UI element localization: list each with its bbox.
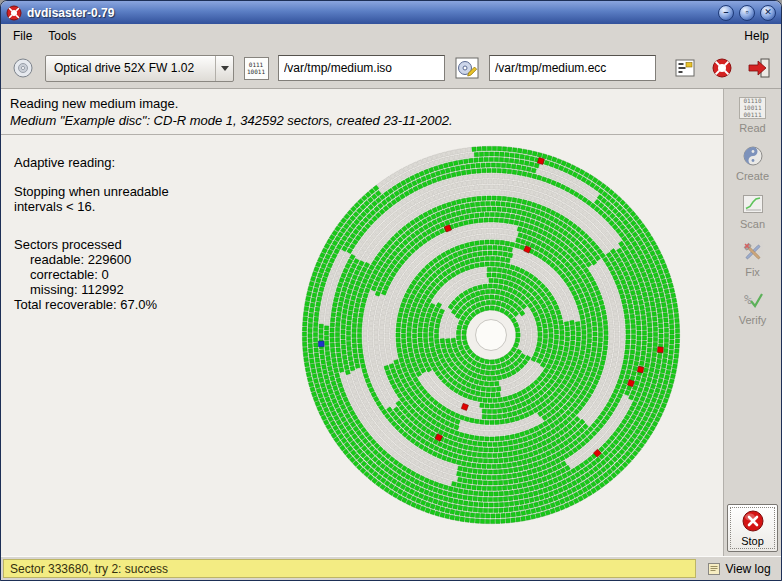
iso-path-input[interactable] <box>278 55 445 81</box>
iso-icon-line: 0111 <box>249 61 263 68</box>
stopping-condition-line2: intervals < 16. <box>14 199 169 214</box>
read-icon: 01110 10011 00111 <box>739 96 766 120</box>
iso-file-icon: 0111 10011 <box>244 57 269 80</box>
scan-button[interactable]: Scan <box>727 188 778 233</box>
stat-label: readable: <box>30 252 84 267</box>
status-line-medium-info: Medium "Example disc": CD-R mode 1, 3425… <box>10 112 714 129</box>
maximize-button[interactable]: ▫ <box>739 5 755 21</box>
stat-missing: missing: 112992 <box>14 282 169 297</box>
quit-button[interactable] <box>744 53 774 83</box>
ecc-path-input[interactable] <box>489 55 656 81</box>
stat-value: 112992 <box>81 282 123 297</box>
toolbar: Optical drive 52X FW 1.02 0111 10011 <box>1 48 781 89</box>
stat-correctable: correctable: 0 <box>14 267 169 282</box>
view-log-label: View log <box>725 562 770 576</box>
read-button[interactable]: 01110 10011 00111 Read <box>727 92 778 137</box>
scan-button-label: Scan <box>740 218 765 230</box>
preferences-icon <box>674 57 696 79</box>
total-recoverable: Total recoverable: 67.0% <box>14 297 169 312</box>
create-icon <box>742 144 764 168</box>
main-area: Reading new medium image. Medium "Exampl… <box>1 89 781 556</box>
fix-icon <box>742 240 764 264</box>
verify-button[interactable]: % Verify <box>727 284 778 329</box>
total-recoverable-value: 67.0% <box>120 297 157 312</box>
app-icon <box>6 5 22 21</box>
menu-tools[interactable]: Tools <box>40 26 84 46</box>
svg-text:%: % <box>744 292 752 307</box>
total-recoverable-label: Total recoverable: <box>14 297 117 312</box>
read-icon-line: 00111 <box>743 111 761 118</box>
drive-icon <box>11 56 35 80</box>
ecc-file-icon <box>455 57 479 79</box>
scan-icon <box>742 192 764 216</box>
reading-work-area: Adaptive reading: Stopping when unreadab… <box>1 135 723 556</box>
stat-value: 229600 <box>88 252 131 267</box>
drive-select-value: Optical drive 52X FW 1.02 <box>54 61 215 75</box>
ecc-file-button[interactable] <box>452 53 482 83</box>
app-window: dvdisaster-0.79 – ▫ ✕ File Tools Help Op… <box>0 0 782 581</box>
stop-button-label: Stop <box>741 535 764 547</box>
read-icon-line: 01110 <box>743 97 761 104</box>
minimize-button[interactable]: – <box>718 5 734 21</box>
status-line-primary: Reading new medium image. <box>10 95 714 112</box>
adaptive-reading-info: Adaptive reading: Stopping when unreadab… <box>14 155 169 312</box>
action-sidebar: 01110 10011 00111 Read Create <box>723 89 781 556</box>
fix-button-label: Fix <box>745 266 760 278</box>
content-column: Reading new medium image. Medium "Exampl… <box>1 89 723 556</box>
verify-icon: % <box>742 288 764 312</box>
chevron-down-icon <box>221 66 229 71</box>
stat-label: missing: <box>30 282 78 297</box>
stat-readable: readable: 229600 <box>14 252 169 267</box>
drive-select-arrow[interactable] <box>215 56 233 81</box>
create-button[interactable]: Create <box>727 140 778 185</box>
window-title: dvdisaster-0.79 <box>27 6 713 20</box>
adaptive-reading-heading: Adaptive reading: <box>14 155 169 170</box>
read-icon-line: 10011 <box>743 104 761 111</box>
disc-sector-visualization <box>289 135 693 537</box>
quit-icon <box>747 57 771 79</box>
menu-file[interactable]: File <box>5 26 40 46</box>
status-message: Sector 333680, try 2: success <box>3 559 696 578</box>
read-button-label: Read <box>739 122 765 134</box>
help-button[interactable] <box>707 53 737 83</box>
sectors-processed-heading: Sectors processed <box>14 237 169 252</box>
statusbar: Sector 333680, try 2: success View log <box>1 556 781 580</box>
preferences-button[interactable] <box>670 53 700 83</box>
stopping-condition-line1: Stopping when unreadable <box>14 184 169 199</box>
view-log-icon <box>707 562 721 576</box>
menu-help[interactable]: Help <box>736 26 777 46</box>
titlebar: dvdisaster-0.79 – ▫ ✕ <box>1 1 781 24</box>
menubar: File Tools Help <box>1 24 781 48</box>
close-button[interactable]: ✕ <box>760 5 776 21</box>
stat-label: correctable: <box>30 267 98 282</box>
view-log-button[interactable]: View log <box>699 559 779 578</box>
fix-button[interactable]: Fix <box>727 236 778 281</box>
create-button-label: Create <box>736 170 769 182</box>
drive-button[interactable] <box>8 53 38 83</box>
stop-button[interactable]: Stop <box>727 504 778 552</box>
iso-icon-line: 10011 <box>247 68 265 75</box>
iso-file-button[interactable]: 0111 10011 <box>241 53 271 83</box>
help-lifebuoy-icon <box>711 57 733 79</box>
message-panel: Reading new medium image. Medium "Exampl… <box>1 89 723 135</box>
drive-select[interactable]: Optical drive 52X FW 1.02 <box>45 55 234 82</box>
stop-icon <box>741 509 765 533</box>
verify-button-label: Verify <box>739 314 767 326</box>
stat-value: 0 <box>102 267 109 282</box>
